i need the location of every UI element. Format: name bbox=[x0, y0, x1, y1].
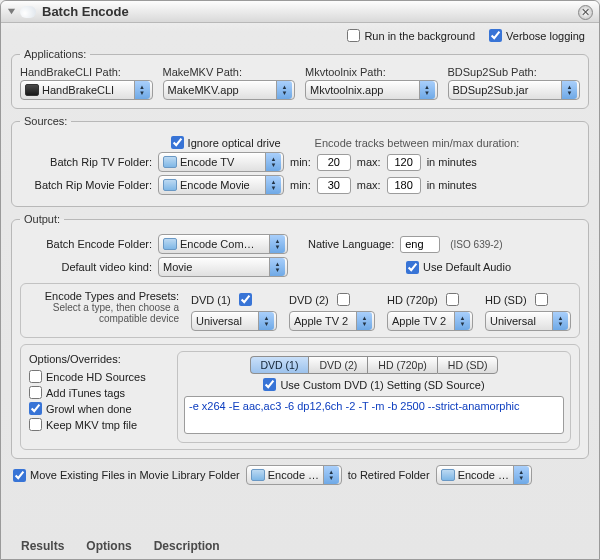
updown-icon: ▲▼ bbox=[561, 81, 577, 99]
updown-icon: ▲▼ bbox=[323, 466, 339, 484]
opt-encode-hd-label: Encode HD Sources bbox=[46, 371, 146, 383]
verbose-logging-checkbox[interactable]: Verbose logging bbox=[489, 29, 585, 42]
app-value-1: MakeMKV.app bbox=[168, 84, 274, 96]
folder-icon bbox=[163, 179, 177, 191]
bottom-tabs: Results Options Description bbox=[21, 539, 220, 553]
opt-encode-hd-input[interactable] bbox=[29, 370, 42, 383]
folder-icon bbox=[441, 469, 455, 481]
applications-row: HandBrakeCLI Path: HandBrakeCLI▲▼ MakeMK… bbox=[20, 66, 580, 100]
encode-folder-value: Encode Com… bbox=[180, 238, 266, 250]
file-icon bbox=[25, 84, 39, 96]
preset-popup-1[interactable]: Apple TV 2▲▼ bbox=[289, 311, 375, 331]
tab-results[interactable]: Results bbox=[21, 539, 64, 553]
default-kind-label: Default video kind: bbox=[20, 261, 152, 273]
move-folder-popup[interactable]: Encode …▲▼ bbox=[246, 465, 342, 485]
applications-group: Applications: HandBrakeCLI Path: HandBra… bbox=[11, 48, 589, 109]
preset-value-1: Apple TV 2 bbox=[294, 315, 353, 327]
updown-icon: ▲▼ bbox=[513, 466, 529, 484]
default-audio-input[interactable] bbox=[406, 261, 419, 274]
updown-icon: ▲▼ bbox=[269, 258, 285, 276]
seg-dvd2[interactable]: DVD (2) bbox=[308, 356, 367, 374]
content: Run in the background Verbose logging Ap… bbox=[1, 23, 599, 485]
app-col-2: Mkvtoolnix Path: Mkvtoolnix.app▲▼ bbox=[305, 66, 438, 100]
preset-popup-2[interactable]: Apple TV 2▲▼ bbox=[387, 311, 473, 331]
handbrakecli-popup[interactable]: HandBrakeCLI▲▼ bbox=[20, 80, 153, 100]
retired-folder-popup[interactable]: Encode …▲▼ bbox=[436, 465, 532, 485]
max-label: max: bbox=[357, 179, 381, 191]
verbose-logging-input[interactable] bbox=[489, 29, 502, 42]
app-label-2: Mkvtoolnix Path: bbox=[305, 66, 438, 78]
iso-hint: (ISO 639-2) bbox=[450, 239, 502, 250]
tv-max-input[interactable] bbox=[387, 154, 421, 171]
ignore-optical-label: Ignore optical drive bbox=[188, 137, 281, 149]
app-label-0: HandBrakeCLI Path: bbox=[20, 66, 153, 78]
app-label-1: MakeMKV Path: bbox=[163, 66, 296, 78]
makemkv-popup[interactable]: MakeMKV.app▲▼ bbox=[163, 80, 296, 100]
movie-min-input[interactable] bbox=[317, 177, 351, 194]
mkvtoolnix-popup[interactable]: Mkvtoolnix.app▲▼ bbox=[305, 80, 438, 100]
opt-growl[interactable]: Growl when done bbox=[29, 402, 169, 415]
updown-icon: ▲▼ bbox=[265, 176, 281, 194]
preset-check-2[interactable] bbox=[446, 293, 459, 306]
default-audio-checkbox[interactable]: Use Default Audio bbox=[406, 261, 511, 274]
options-sub: Options/Overrides: Encode HD Sources Add… bbox=[20, 344, 580, 450]
opt-itunes[interactable]: Add iTunes tags bbox=[29, 386, 169, 399]
tv-folder-popup[interactable]: Encode TV▲▼ bbox=[158, 152, 284, 172]
default-kind-popup[interactable]: Movie▲▼ bbox=[158, 257, 288, 277]
command-textarea[interactable] bbox=[184, 396, 564, 434]
opt-keep-mkv-input[interactable] bbox=[29, 418, 42, 431]
tab-description[interactable]: Description bbox=[154, 539, 220, 553]
ignore-optical-checkbox[interactable]: Ignore optical drive bbox=[171, 136, 281, 149]
native-language-input[interactable] bbox=[400, 236, 440, 253]
updown-icon: ▲▼ bbox=[552, 312, 568, 330]
preset-popup-3[interactable]: Universal▲▼ bbox=[485, 311, 571, 331]
sources-legend: Sources: bbox=[20, 115, 71, 127]
sources-group: Sources: Ignore optical drive Encode tra… bbox=[11, 115, 589, 207]
opt-keep-mkv[interactable]: Keep MKV tmp file bbox=[29, 418, 169, 431]
opt-growl-input[interactable] bbox=[29, 402, 42, 415]
folder-icon bbox=[163, 156, 177, 168]
options-left: Options/Overrides: Encode HD Sources Add… bbox=[29, 351, 169, 443]
use-custom-checkbox[interactable]: Use Custom DVD (1) Setting (SD Source) bbox=[263, 378, 484, 391]
folder-icon bbox=[163, 238, 177, 250]
app-value-0: HandBrakeCLI bbox=[42, 84, 131, 96]
disclosure-triangle-icon[interactable] bbox=[7, 7, 16, 16]
native-language-label: Native Language: bbox=[308, 238, 394, 250]
seg-hdsd[interactable]: HD (SD) bbox=[437, 356, 499, 374]
tv-min-input[interactable] bbox=[317, 154, 351, 171]
options-legend: Options/Overrides: bbox=[29, 353, 169, 365]
opt-itunes-input[interactable] bbox=[29, 386, 42, 399]
run-background-checkbox[interactable]: Run in the background bbox=[347, 29, 475, 42]
tab-options[interactable]: Options bbox=[86, 539, 131, 553]
output-group: Output: Batch Encode Folder: Encode Com…… bbox=[11, 213, 589, 459]
movie-max-input[interactable] bbox=[387, 177, 421, 194]
verbose-logging-label: Verbose logging bbox=[506, 30, 585, 42]
titlebar: Batch Encode ✕ bbox=[1, 1, 599, 23]
preset-check-0[interactable] bbox=[239, 293, 252, 306]
seg-hd720[interactable]: HD (720p) bbox=[367, 356, 436, 374]
bdsup2sub-popup[interactable]: BDSup2Sub.jar▲▼ bbox=[448, 80, 581, 100]
options-right: DVD (1) DVD (2) HD (720p) HD (SD) Use Cu… bbox=[177, 351, 571, 443]
preset-check-3[interactable] bbox=[535, 293, 548, 306]
use-custom-input[interactable] bbox=[263, 378, 276, 391]
move-checkbox[interactable]: Move Existing Files in Movie Library Fol… bbox=[13, 469, 240, 482]
tv-folder-label: Batch Rip TV Folder: bbox=[20, 156, 152, 168]
svg-marker-0 bbox=[8, 9, 15, 14]
app-value-2: Mkvtoolnix.app bbox=[310, 84, 416, 96]
opt-encode-hd[interactable]: Encode HD Sources bbox=[29, 370, 169, 383]
preset-check-1[interactable] bbox=[337, 293, 350, 306]
move-input[interactable] bbox=[13, 469, 26, 482]
movie-folder-popup[interactable]: Encode Movie▲▼ bbox=[158, 175, 284, 195]
tv-folder-value: Encode TV bbox=[180, 156, 262, 168]
run-background-input[interactable] bbox=[347, 29, 360, 42]
close-button[interactable]: ✕ bbox=[578, 5, 593, 20]
encode-folder-popup[interactable]: Encode Com…▲▼ bbox=[158, 234, 288, 254]
ignore-optical-input[interactable] bbox=[171, 136, 184, 149]
move-folder-value: Encode … bbox=[268, 469, 320, 481]
preset-popup-0[interactable]: Universal▲▼ bbox=[191, 311, 277, 331]
max-label: max: bbox=[357, 156, 381, 168]
seg-dvd1[interactable]: DVD (1) bbox=[250, 356, 309, 374]
output-legend: Output: bbox=[20, 213, 64, 225]
preset-head-1: DVD (2) bbox=[289, 294, 329, 306]
move-label: Move Existing Files in Movie Library Fol… bbox=[30, 469, 240, 481]
